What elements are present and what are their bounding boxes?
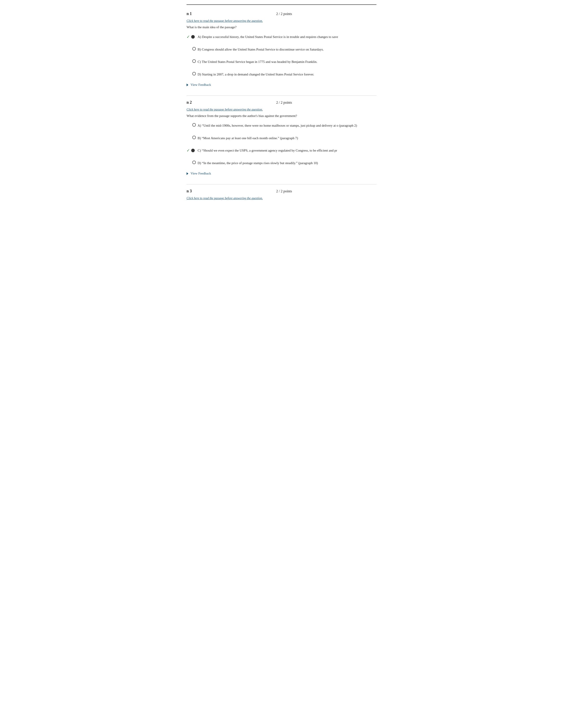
answer-text-1-D: Starting in 2007, a drop in demand chang… xyxy=(202,72,314,77)
answer-label-1-D: D) xyxy=(197,72,201,77)
question-header-1: n 1 2 / 2 points xyxy=(186,11,377,16)
radio-circle-1-C[interactable] xyxy=(192,59,196,63)
answer-option-2-C: ✓ C) “Should we even expect the USPS, a … xyxy=(186,147,377,154)
answer-label-2-D: D) xyxy=(197,161,201,166)
answer-option-2-D: D) “In the meantime, the price of postag… xyxy=(186,159,377,167)
answer-text-2-A: “Until the mid-1900s, however, there wer… xyxy=(202,123,357,128)
question-points-2: 2 / 2 points xyxy=(192,101,377,105)
question-block-3: n 3 2 / 2 points Click here to read the … xyxy=(186,189,377,200)
chevron-right-icon-2 xyxy=(186,172,188,175)
radio-filled-2-C[interactable] xyxy=(191,149,195,152)
answer-indicators-2-B xyxy=(186,136,196,139)
question-block-2: n 2 2 / 2 points Click here to read the … xyxy=(186,100,377,175)
answer-option-2-A: A) “Until the mid-1900s, however, there … xyxy=(186,122,377,129)
question-header-2: n 2 2 / 2 points xyxy=(186,100,377,105)
answer-label-1-C: C) xyxy=(197,59,201,64)
chevron-right-icon-1 xyxy=(186,84,188,86)
answer-indicators-1-B xyxy=(186,47,196,51)
answer-label-1-B: B) xyxy=(197,47,201,52)
top-divider xyxy=(186,4,377,5)
question-header-3: n 3 2 / 2 points xyxy=(186,189,377,193)
view-feedback-label-2: View Feedback xyxy=(190,172,211,175)
question-number-2: n 2 xyxy=(186,100,192,105)
answer-option-1-C: C) The United States Postal Service bega… xyxy=(186,58,377,66)
answer-indicators-2-C: ✓ xyxy=(186,148,196,153)
radio-circle-1-D[interactable] xyxy=(192,72,196,75)
answer-option-1-A: ✓ A) Despite a successful history, the U… xyxy=(186,33,377,41)
answer-label-1-A: A) xyxy=(197,34,201,39)
answer-indicators-1-A: ✓ xyxy=(186,34,196,39)
answer-indicators-2-A xyxy=(186,123,196,127)
correct-checkmark-1-A: ✓ xyxy=(186,34,190,39)
passage-link-2[interactable]: Click here to read the passage before an… xyxy=(186,108,377,111)
answer-text-2-B: “Most Americans pay at least one bill ea… xyxy=(202,136,298,141)
radio-circle-1-B[interactable] xyxy=(192,47,196,51)
answer-indicators-1-C xyxy=(186,59,196,63)
answer-label-2-A: A) xyxy=(197,123,201,128)
question-number-1: n 1 xyxy=(186,11,192,16)
answer-option-2-B: B) “Most Americans pay at least one bill… xyxy=(186,134,377,142)
correct-checkmark-2-C: ✓ xyxy=(186,148,190,153)
answer-indicators-1-D xyxy=(186,72,196,75)
question-points-3: 2 / 2 points xyxy=(192,189,377,193)
passage-link-3[interactable]: Click here to read the passage before an… xyxy=(186,197,377,200)
question-text-2: What evidence from the passage supports … xyxy=(186,114,377,118)
page-container: n 1 2 / 2 points Click here to read the … xyxy=(180,0,383,218)
answer-text-2-D: “In the meantime, the price of postage s… xyxy=(202,161,318,166)
answer-indicators-2-D xyxy=(186,161,196,164)
answer-text-1-B: Congress should allow the United States … xyxy=(202,47,324,52)
answer-option-1-B: B) Congress should allow the United Stat… xyxy=(186,46,377,53)
answer-text-2-C: “Should we even expect the USPS, a gover… xyxy=(202,148,337,153)
question-text-1: What is the main idea of the passage? xyxy=(186,25,377,29)
radio-circle-2-A[interactable] xyxy=(192,123,196,127)
question-points-1: 2 / 2 points xyxy=(192,12,377,16)
radio-filled-1-A[interactable] xyxy=(191,35,195,39)
radio-circle-2-D[interactable] xyxy=(192,161,196,164)
answer-label-2-B: B) xyxy=(197,136,201,141)
view-feedback-label-1: View Feedback xyxy=(190,83,211,87)
question-block-1: n 1 2 / 2 points Click here to read the … xyxy=(186,11,377,87)
answer-option-1-D: D) Starting in 2007, a drop in demand ch… xyxy=(186,71,377,78)
answer-label-2-C: C) xyxy=(197,148,201,153)
answer-text-1-C: The United States Postal Service began i… xyxy=(202,59,317,64)
radio-circle-2-B[interactable] xyxy=(192,136,196,139)
view-feedback-1[interactable]: View Feedback xyxy=(186,83,377,87)
answer-text-1-A: Despite a successful history, the United… xyxy=(202,34,338,39)
passage-link-1[interactable]: Click here to read the passage before an… xyxy=(186,19,377,23)
question-number-3: n 3 xyxy=(186,189,192,193)
view-feedback-2[interactable]: View Feedback xyxy=(186,172,377,175)
